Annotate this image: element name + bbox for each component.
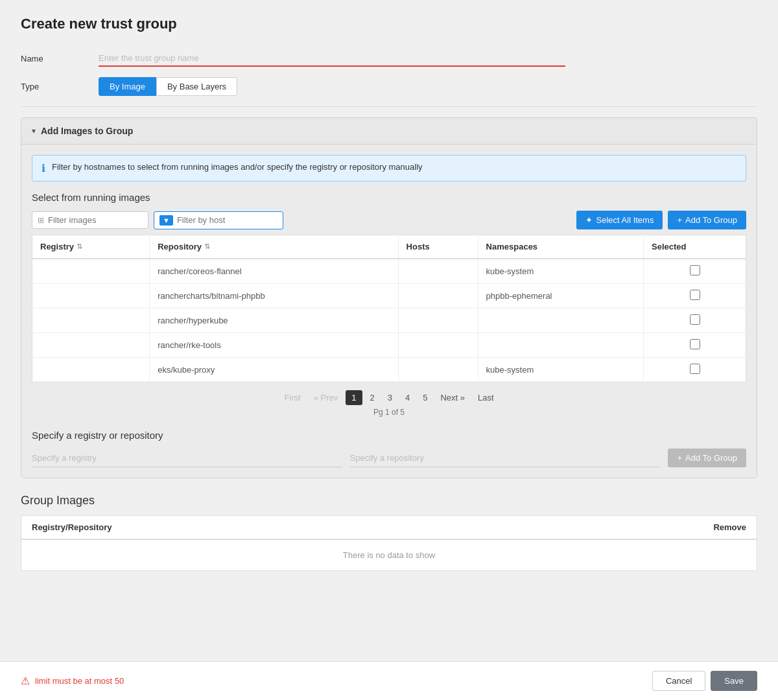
cancel-button[interactable]: Cancel (652, 671, 705, 691)
cell-selected (644, 284, 746, 309)
filter-toolbar: ⊞ ▼ ✦ Select All Items + Add To Group (32, 211, 746, 229)
row-checkbox-2[interactable] (690, 314, 700, 325)
type-by-image-button[interactable]: By Image (99, 77, 156, 96)
warning-icon: ⚠ (21, 675, 30, 687)
select-all-button[interactable]: ✦ Select All Items (576, 211, 663, 229)
page-title: Create new trust group (21, 16, 757, 32)
name-input[interactable] (99, 51, 565, 67)
group-col-registry-repo: Registry/Repository (21, 516, 502, 540)
pagination: First « Prev 1 2 3 4 5 Next » Last (32, 390, 746, 417)
group-col-remove: Remove (501, 516, 757, 540)
cell-hosts (398, 358, 478, 382)
error-text: limit must be at most 50 (35, 676, 124, 686)
section-body: ℹ Filter by hostnames to select from run… (21, 145, 757, 478)
row-checkbox-4[interactable] (690, 364, 700, 374)
add-to-group-button-bottom[interactable]: + Add To Group (668, 449, 746, 467)
group-images-title: Group Images (21, 494, 757, 508)
row-checkbox-1[interactable] (690, 290, 700, 300)
filter-host-wrap: ▼ (154, 211, 283, 229)
cell-selected (644, 358, 746, 382)
next-page-button[interactable]: Next » (435, 390, 470, 405)
first-page-button: First (279, 390, 305, 405)
pagination-row: First « Prev 1 2 3 4 5 Next » Last (279, 390, 499, 405)
section-header[interactable]: ▾ Add Images to Group (21, 118, 757, 145)
add-icon-top: + (677, 215, 682, 225)
col-repository: Repository ⇅ (150, 235, 398, 259)
sort-registry-icon[interactable]: ⇅ (77, 242, 82, 251)
table-row: rancher/coreos-flannel kube-system (32, 259, 746, 284)
add-icon-bottom: + (677, 453, 682, 463)
type-field-row: Type By Image By Base Layers (21, 77, 757, 96)
cell-namespaces: kube-system (478, 358, 643, 382)
add-to-group-button-top[interactable]: + Add To Group (668, 211, 746, 229)
cell-namespaces: kube-system (478, 259, 643, 284)
footer-bar: ⚠ limit must be at most 50 Cancel Save (0, 661, 778, 700)
info-icon: ℹ (41, 162, 45, 174)
select-from-title: Select from running images (32, 192, 746, 203)
filter-host-input[interactable] (177, 215, 277, 225)
add-to-group-label-bottom: Add To Group (685, 453, 737, 463)
cell-namespaces (478, 333, 643, 358)
page-3-button[interactable]: 3 (383, 390, 397, 405)
cell-hosts (398, 259, 478, 284)
cell-registry (32, 259, 150, 284)
info-banner: ℹ Filter by hostnames to select from run… (32, 155, 746, 181)
error-message: ⚠ limit must be at most 50 (21, 675, 124, 687)
type-by-base-layers-button[interactable]: By Base Layers (156, 77, 237, 96)
specify-registry-input[interactable] (32, 449, 342, 467)
name-label: Name (21, 54, 99, 64)
page-4-button[interactable]: 4 (400, 390, 415, 405)
col-hosts: Hosts (398, 235, 478, 259)
table-row: eks/kube-proxy kube-system (32, 358, 746, 382)
prev-page-button: « Prev (309, 390, 344, 405)
add-images-section: ▾ Add Images to Group ℹ Filter by hostna… (21, 117, 757, 478)
filter-images-input[interactable] (48, 215, 143, 225)
double-left-icon: « (314, 393, 318, 402)
cell-repository: rancher/hyperkube (150, 309, 398, 333)
cell-selected (644, 259, 746, 284)
cell-namespaces: phpbb-ephemeral (478, 284, 643, 309)
filter-images-wrap: ⊞ (32, 211, 148, 229)
row-checkbox-0[interactable] (690, 265, 700, 275)
cell-selected (644, 309, 746, 333)
col-selected: Selected (644, 235, 746, 259)
cell-registry (32, 309, 150, 333)
select-all-label: Select All Items (596, 215, 654, 225)
running-images-table: Registry ⇅ Repository ⇅ Hosts (32, 235, 746, 382)
last-page-button[interactable]: Last (473, 390, 499, 405)
table-row: rancher/rke-tools (32, 333, 746, 358)
group-images-table: Registry/Repository Remove There is no d… (21, 515, 757, 571)
specify-title: Specify a registry or repository (32, 430, 746, 441)
cell-hosts (398, 309, 478, 333)
group-images-section: Group Images Registry/Repository Remove … (21, 494, 757, 571)
cell-namespaces (478, 309, 643, 333)
table-row: rancher/hyperkube (32, 309, 746, 333)
section-title: Add Images to Group (41, 126, 133, 136)
col-registry: Registry ⇅ (32, 235, 150, 259)
page-5-button[interactable]: 5 (418, 390, 432, 405)
info-text: Filter by hostnames to select from runni… (52, 162, 423, 172)
divider (21, 106, 757, 107)
chevron-down-icon: ▾ (32, 126, 36, 135)
page-1-button[interactable]: 1 (346, 390, 362, 405)
table-row: ranchercharts/bitnami-phpbb phpbb-epheme… (32, 284, 746, 309)
cell-hosts (398, 333, 478, 358)
specify-repository-input[interactable] (350, 449, 661, 467)
footer-buttons: Cancel Save (652, 671, 757, 691)
page-2-button[interactable]: 2 (365, 390, 380, 405)
sort-repository-icon[interactable]: ⇅ (204, 242, 210, 251)
cell-registry (32, 358, 150, 382)
cell-repository: ranchercharts/bitnami-phpbb (150, 284, 398, 309)
group-table-empty-row: There is no data to show (21, 539, 757, 571)
col-namespaces: Namespaces (478, 235, 643, 259)
save-button[interactable]: Save (711, 671, 757, 691)
cell-registry (32, 284, 150, 309)
group-empty-msg: There is no data to show (21, 539, 757, 571)
cell-repository: rancher/coreos-flannel (150, 259, 398, 284)
name-field-row: Name (21, 51, 757, 67)
cell-hosts (398, 284, 478, 309)
name-field (99, 51, 757, 67)
row-checkbox-3[interactable] (690, 339, 700, 349)
add-to-group-label-top: Add To Group (685, 215, 737, 225)
cell-repository: eks/kube-proxy (150, 358, 398, 382)
